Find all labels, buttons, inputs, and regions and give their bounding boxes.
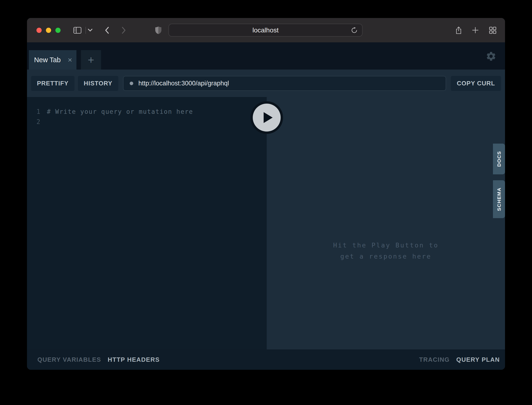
- back-button[interactable]: [104, 18, 109, 42]
- sidebar-toggle-button[interactable]: [73, 18, 82, 42]
- play-icon: [264, 112, 273, 123]
- prettify-button[interactable]: PRETTIFY: [31, 76, 75, 91]
- plus-icon: +: [88, 54, 94, 66]
- endpoint-input[interactable]: [138, 80, 440, 87]
- chevron-left-icon: [105, 27, 109, 34]
- refresh-button[interactable]: [351, 27, 358, 34]
- line-number: 1: [35, 108, 40, 115]
- tab-label: New Tab: [34, 56, 61, 64]
- new-tab-button[interactable]: [471, 18, 479, 42]
- tab-grid-icon: [488, 26, 497, 34]
- sidebar-icon: [73, 27, 82, 34]
- history-button[interactable]: HISTORY: [78, 76, 118, 91]
- tab-overview-button[interactable]: [488, 18, 498, 42]
- endpoint-status-dot-icon: [130, 82, 133, 85]
- playground-footer: QUERY VARIABLES HTTP HEADERS TRACING QUE…: [27, 349, 505, 370]
- response-placeholder-line1: Hit the Play Button to: [267, 240, 505, 251]
- execute-query-button[interactable]: [250, 101, 283, 134]
- zoom-window-button[interactable]: [55, 28, 61, 33]
- close-window-button[interactable]: [36, 28, 42, 33]
- response-placeholder: Hit the Play Button to get a response he…: [267, 240, 505, 262]
- minimize-window-button[interactable]: [46, 28, 51, 33]
- play-button-circle: [253, 104, 281, 132]
- chevron-right-icon: [122, 27, 126, 34]
- browser-chrome: localhost: [27, 18, 505, 42]
- privacy-report-button[interactable]: [155, 18, 162, 42]
- address-bar-text: localhost: [252, 27, 279, 34]
- query-editor[interactable]: 1 # Write your query or mutation here 2: [27, 97, 267, 349]
- http-headers-tab[interactable]: HTTP HEADERS: [108, 356, 160, 363]
- response-pane: Hit the Play Button to get a response he…: [267, 97, 505, 349]
- editor-line: 2: [27, 117, 267, 127]
- share-icon: [455, 26, 463, 35]
- forward-button[interactable]: [121, 18, 126, 42]
- tab-close-icon[interactable]: ×: [68, 56, 72, 64]
- plus-icon: [471, 26, 479, 34]
- shield-icon: [155, 26, 162, 34]
- traffic-lights: [36, 18, 61, 42]
- settings-button[interactable]: [486, 51, 497, 62]
- response-placeholder-line2: get a response here: [267, 251, 505, 262]
- chrome-divider: [85, 27, 86, 34]
- add-tab-button[interactable]: +: [81, 50, 101, 70]
- schema-tab[interactable]: SCHEMA: [493, 180, 505, 218]
- chevron-down-icon: [88, 29, 93, 32]
- tab-new-tab[interactable]: New Tab ×: [29, 50, 76, 70]
- browser-window: localhost: [27, 18, 505, 370]
- playground-toolbar: PRETTIFY HISTORY COPY CURL: [27, 70, 505, 97]
- address-bar[interactable]: localhost: [169, 24, 362, 37]
- query-plan-tab[interactable]: QUERY PLAN: [456, 356, 500, 363]
- sidebar-menu-button[interactable]: [88, 18, 93, 42]
- line-number: 2: [35, 118, 40, 125]
- query-variables-tab[interactable]: QUERY VARIABLES: [37, 356, 101, 363]
- gear-icon: [486, 51, 497, 62]
- endpoint-field[interactable]: [123, 76, 446, 91]
- editor-line: 1 # Write your query or mutation here: [27, 107, 267, 117]
- playground-main: 1 # Write your query or mutation here 2 …: [27, 97, 505, 349]
- share-button[interactable]: [454, 18, 463, 42]
- tracing-tab[interactable]: TRACING: [419, 356, 450, 363]
- code-comment: # Write your query or mutation here: [47, 108, 193, 115]
- playground-tabstrip: New Tab × +: [27, 42, 505, 70]
- docs-tab[interactable]: DOCS: [493, 144, 505, 174]
- copy-curl-button[interactable]: COPY CURL: [451, 76, 501, 91]
